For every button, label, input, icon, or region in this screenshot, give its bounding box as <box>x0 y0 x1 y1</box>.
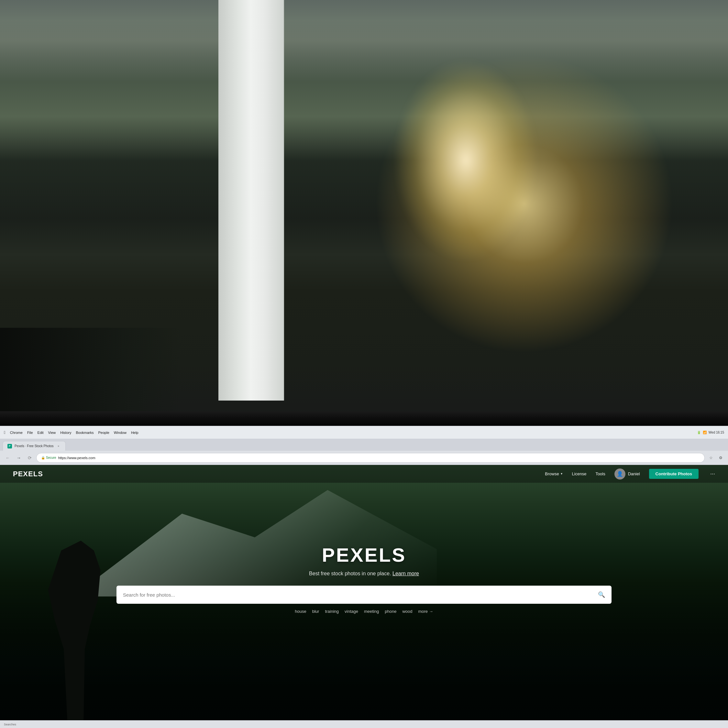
hero-title: PEXELS <box>73 544 655 566</box>
toolbar-right: ☆ ⚙ <box>707 454 725 462</box>
secure-label: Secure <box>46 456 56 459</box>
url-text: https://www.pexels.com <box>58 456 95 460</box>
menu-bookmarks[interactable]: Bookmarks <box>74 430 95 435</box>
user-name: Daniel <box>628 471 640 476</box>
menu-file[interactable]: File <box>25 430 35 435</box>
tag-wood[interactable]: wood <box>402 609 412 614</box>
hero-content: PEXELS Best free stock photos in one pla… <box>73 544 655 614</box>
back-button[interactable]: ← <box>3 453 12 462</box>
tab-bar: P Pexels · Free Stock Photos × <box>0 439 728 451</box>
user-profile[interactable]: 👤 Daniel <box>615 468 640 480</box>
menu-window[interactable]: Window <box>112 430 128 435</box>
menu-edit[interactable]: Edit <box>35 430 46 435</box>
menu-help[interactable]: Help <box>129 430 141 435</box>
nav-browse[interactable]: Browse ▼ <box>545 471 563 476</box>
pexels-header: PEXELS Browse ▼ License Tools 👤 Daniel <box>0 465 728 483</box>
time-display: Wed 16:15 <box>708 431 724 434</box>
battery-icon: 🔋 <box>697 431 701 434</box>
tab-favicon: P <box>8 444 12 448</box>
extensions-button[interactable]: ⚙ <box>716 454 725 462</box>
nav-license[interactable]: License <box>572 471 587 476</box>
refresh-button[interactable]: ⟳ <box>25 453 34 462</box>
contribute-photos-button[interactable]: Contribute Photos <box>649 469 699 479</box>
mac-status-area: 🔋 📶 Wed 16:15 <box>697 431 724 434</box>
tag-more[interactable]: more → <box>418 609 433 614</box>
user-avatar: 👤 <box>615 468 626 480</box>
tag-house[interactable]: house <box>295 609 306 614</box>
architectural-column <box>219 0 284 401</box>
tab-title: Pexels · Free Stock Photos <box>15 444 54 448</box>
tab-close-button[interactable]: × <box>56 444 61 448</box>
tag-phone[interactable]: phone <box>385 609 396 614</box>
menu-chrome[interactable]: Chrome <box>8 430 24 435</box>
hero-subtitle: Best free stock photos in one place. Lea… <box>73 571 655 577</box>
window-glare <box>393 58 539 262</box>
mac-menubar:  Chrome File Edit View History Bookmark… <box>0 426 728 439</box>
mac-menu-items: Chrome File Edit View History Bookmarks … <box>8 430 697 435</box>
forward-button[interactable]: → <box>14 453 23 462</box>
search-bar[interactable]: 🔍 <box>116 586 612 604</box>
search-input[interactable] <box>123 592 594 598</box>
menu-view[interactable]: View <box>46 430 58 435</box>
bookmark-button[interactable]: ☆ <box>707 454 715 462</box>
tag-vintage[interactable]: vintage <box>344 609 358 614</box>
search-icon[interactable]: 🔍 <box>598 591 605 598</box>
status-text: Searches <box>4 723 16 726</box>
tag-blur[interactable]: blur <box>312 609 320 614</box>
pexels-logo: PEXELS <box>13 470 43 478</box>
browser-window:  Chrome File Edit View History Bookmark… <box>0 426 728 728</box>
pexels-navigation: Browse ▼ License Tools 👤 Daniel Contribu… <box>545 468 715 480</box>
search-tags: house blur training vintage meeting phon… <box>73 609 655 614</box>
website-content: PEXELS Browse ▼ License Tools 👤 Daniel <box>0 465 728 728</box>
menu-people[interactable]: People <box>96 430 111 435</box>
apple-logo-icon:  <box>4 430 6 435</box>
tag-training[interactable]: training <box>325 609 339 614</box>
browser-toolbar: ← → ⟳ 🔒 Secure https://www.pexels.com ☆ … <box>0 451 728 465</box>
nav-tools[interactable]: Tools <box>595 471 605 476</box>
browser-status-bar: Searches <box>0 720 728 728</box>
laptop-bezel <box>0 411 728 426</box>
tag-meeting[interactable]: meeting <box>364 609 379 614</box>
menu-history[interactable]: History <box>58 430 73 435</box>
learn-more-link[interactable]: Learn more <box>393 571 419 576</box>
secure-icon: 🔒 Secure <box>41 456 56 459</box>
more-options-button[interactable]: ··· <box>710 471 715 477</box>
browser-tab-pexels[interactable]: P Pexels · Free Stock Photos × <box>3 441 66 451</box>
address-bar[interactable]: 🔒 Secure https://www.pexels.com <box>36 453 705 463</box>
browse-dropdown-icon: ▼ <box>560 473 563 475</box>
wifi-icon: 📶 <box>703 431 707 434</box>
